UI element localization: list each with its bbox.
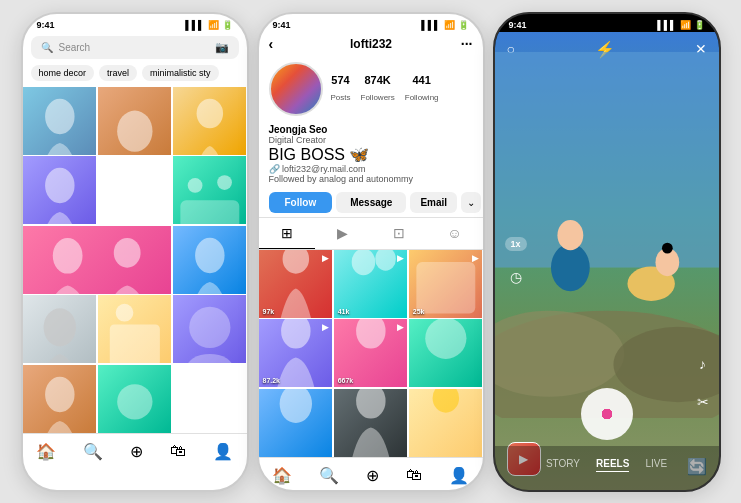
grid-cell-8[interactable]: [23, 295, 97, 363]
svg-point-5: [188, 178, 203, 193]
svg-point-12: [115, 304, 133, 322]
svg-point-26: [432, 389, 459, 413]
tab-grid[interactable]: ⊞: [259, 218, 315, 249]
mode-reels[interactable]: REELS: [596, 458, 629, 472]
svg-point-2: [196, 98, 223, 127]
nav-profile-2[interactable]: 👤: [449, 466, 469, 485]
profile-cell-7[interactable]: [259, 389, 333, 457]
reel-icon-1: ▶: [322, 253, 329, 263]
bio-name: Jeongja Seo: [269, 124, 473, 135]
profile-cell-6[interactable]: [409, 319, 483, 387]
view-count-2: 41k: [338, 308, 350, 315]
chevron-button[interactable]: ⌄: [461, 192, 481, 213]
capture-button[interactable]: ⏺: [581, 388, 633, 440]
svg-point-18: [351, 250, 375, 275]
grid-cell-11[interactable]: [23, 365, 97, 433]
music-icon[interactable]: ♪: [699, 356, 706, 372]
reels-bottom-bar: STORY REELS LIVE: [495, 446, 719, 490]
grid-cell-4[interactable]: [23, 156, 97, 224]
svg-point-15: [45, 376, 74, 411]
svg-rect-20: [416, 261, 475, 313]
reels-content: ○ ⚡ ✕ ♪ ✂ 1x ◷: [495, 32, 719, 490]
status-icons-3: ▌▌▌ 📶 🔋: [657, 20, 704, 30]
bottom-nav-2: 🏠 🔍 ⊕ 🛍 👤: [259, 457, 483, 492]
mode-live[interactable]: LIVE: [645, 458, 667, 472]
profile-cell-1[interactable]: ▶ 97k: [259, 250, 333, 318]
grid-cell-1[interactable]: [23, 87, 97, 155]
nav-search-1[interactable]: 🔍: [83, 442, 103, 461]
back-button[interactable]: ‹: [269, 36, 274, 52]
tag-minimalistic[interactable]: minimalistic sty: [142, 65, 219, 81]
profile-username: lofti232: [281, 37, 461, 51]
nav-home-1[interactable]: 🏠: [36, 442, 56, 461]
tab-play[interactable]: ⊡: [371, 218, 427, 249]
status-bar-1: 9:41 ▌▌▌ 📶 🔋: [23, 14, 247, 32]
profile-cell-9[interactable]: [409, 389, 483, 457]
svg-point-8: [113, 237, 140, 267]
nav-add-1[interactable]: ⊕: [130, 442, 143, 461]
camera-icon[interactable]: 📷: [215, 41, 229, 54]
grid-cell-10[interactable]: [173, 295, 247, 363]
reels-right-icons: ♪ ✂: [697, 356, 709, 410]
more-options-button[interactable]: ···: [461, 36, 473, 52]
message-button[interactable]: Message: [336, 192, 406, 213]
speed-badge[interactable]: 1x: [505, 237, 527, 251]
grid-cell-12[interactable]: [98, 365, 172, 433]
timer-icon[interactable]: ◷: [510, 269, 522, 285]
nav-search-2[interactable]: 🔍: [319, 466, 339, 485]
stat-followers: 874K Followers: [361, 74, 395, 104]
svg-point-23: [425, 319, 466, 359]
grid-cell-5[interactable]: [173, 156, 247, 224]
nav-profile-1[interactable]: 👤: [213, 442, 233, 461]
tags-row: home decor travel minimalistic sty: [23, 65, 247, 87]
bottom-nav-1: 🏠 🔍 ⊕ 🛍 👤: [23, 433, 247, 471]
tag-travel[interactable]: travel: [99, 65, 137, 81]
action-buttons: Follow Message Email ⌄: [259, 188, 483, 217]
profile-cell-2[interactable]: ▶ 41k: [334, 250, 408, 318]
search-bar[interactable]: 🔍 Search 📷: [31, 36, 239, 59]
view-count-1: 97k: [263, 308, 275, 315]
grid-cell-3[interactable]: [173, 87, 247, 155]
nav-shop-2[interactable]: 🛍: [406, 466, 422, 484]
profile-cell-5[interactable]: ▶ 667k: [334, 319, 408, 387]
bio-followed: Followed by analog and autonommy: [269, 174, 473, 184]
profile-cell-4[interactable]: ▶ 87.2k: [259, 319, 333, 387]
reel-icon-3: ▶: [472, 253, 479, 263]
grid-cell-9[interactable]: [98, 295, 172, 363]
reel-icon-2: ▶: [397, 253, 404, 263]
scissors-icon[interactable]: ✂: [697, 394, 709, 410]
svg-point-17: [282, 250, 309, 274]
link-icon: 🔗: [269, 164, 280, 174]
profile-info: 574 Posts 874K Followers 441 Following: [259, 56, 483, 122]
stat-following-num: 441: [405, 74, 439, 86]
grid-cell-6[interactable]: [23, 226, 172, 294]
stat-posts: 574 Posts: [331, 74, 351, 104]
grid-cell-2[interactable]: [98, 87, 172, 155]
tag-home-decor[interactable]: home decor: [31, 65, 95, 81]
status-icons-1: ▌▌▌ 📶 🔋: [185, 20, 232, 30]
reel-capture-icon: ⏺: [599, 405, 615, 423]
svg-rect-4: [180, 200, 239, 224]
mode-story[interactable]: STORY: [546, 458, 580, 472]
nav-add-2[interactable]: ⊕: [366, 466, 379, 485]
svg-point-9: [195, 237, 224, 272]
svg-point-10: [43, 308, 75, 346]
tab-tagged[interactable]: ☺: [427, 218, 483, 249]
phone-reels: 9:41 ▌▌▌ 📶 🔋 ○ ⚡ ✕: [493, 12, 721, 492]
grid-cell-7[interactable]: [173, 226, 247, 294]
profile-cell-8[interactable]: [334, 389, 408, 457]
bio-section: Jeongja Seo Digital Creator BIG BOSS 🦋 🔗…: [259, 122, 483, 188]
profile-grid: ▶ 97k ▶ 41k ▶ 25k ▶ 87.2k ▶ 667k: [259, 250, 483, 457]
avatar[interactable]: [269, 62, 323, 116]
nav-shop-1[interactable]: 🛍: [170, 442, 186, 460]
stat-following-label: Following: [405, 93, 439, 102]
svg-point-22: [356, 319, 385, 349]
tab-reels[interactable]: ▶: [315, 218, 371, 249]
profile-cell-3[interactable]: ▶ 25k: [409, 250, 483, 318]
time-3: 9:41: [509, 20, 527, 30]
email-button[interactable]: Email: [410, 192, 457, 213]
follow-button[interactable]: Follow: [269, 192, 333, 213]
stat-posts-num: 574: [331, 74, 351, 86]
tab-bar: ⊞ ▶ ⊡ ☺: [259, 217, 483, 250]
nav-home-2[interactable]: 🏠: [272, 466, 292, 485]
